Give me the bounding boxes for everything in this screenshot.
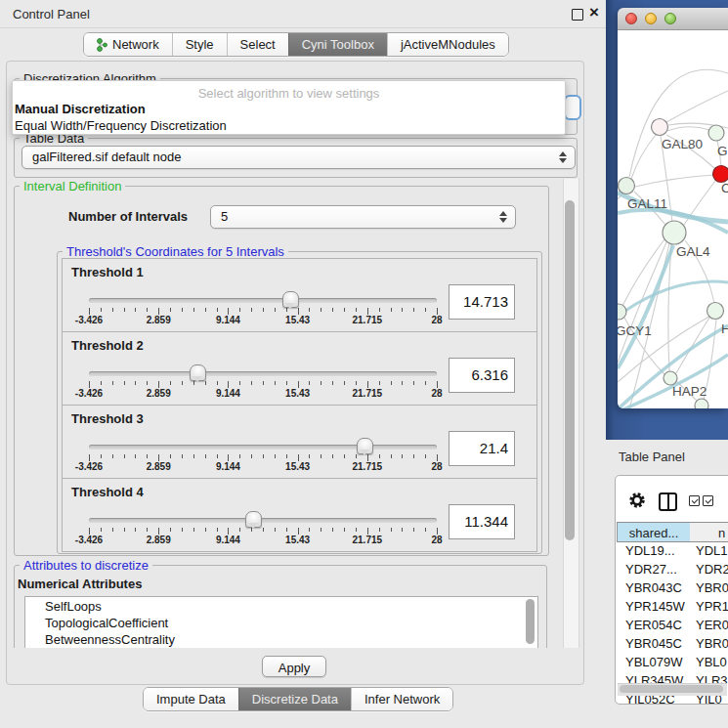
- minimize-traffic-light-icon[interactable]: [645, 13, 657, 24]
- slider-tick: [391, 454, 392, 458]
- bottom-tab-infer-network[interactable]: Infer Network: [351, 688, 452, 710]
- table-cell-name[interactable]: YBR0: [696, 636, 728, 651]
- threshold-2-slider-track[interactable]: [89, 371, 437, 376]
- slider-tick: [275, 308, 276, 312]
- bottom-tab-infer-network-label: Infer Network: [364, 692, 440, 707]
- checkbox-icon[interactable]: [689, 495, 700, 506]
- tab-style[interactable]: Style: [172, 33, 227, 56]
- network-edge[interactable]: [631, 135, 656, 179]
- bottom-tab-discretize-data[interactable]: Discretize Data: [238, 688, 351, 710]
- column-header-name[interactable]: n: [690, 522, 728, 542]
- slider-tick-label: 9.144: [198, 388, 257, 399]
- slider-tick: [344, 308, 345, 312]
- network-graph: GAL80GCGAL11GAL4GCY1HHAP2: [618, 30, 728, 408]
- network-node-node[interactable]: [708, 125, 724, 141]
- table-data-combobox-value: galFiltered.sif default node: [32, 150, 181, 164]
- slider-tick: [251, 454, 252, 458]
- slider-tick: [425, 528, 426, 532]
- threshold-3-slider-thumb[interactable]: [357, 438, 373, 454]
- slider-tick: [332, 528, 333, 532]
- list-scrollbar[interactable]: [526, 599, 535, 644]
- tab-network[interactable]: Network: [84, 33, 172, 56]
- threshold-3-slider-track[interactable]: [89, 445, 437, 450]
- network-canvas[interactable]: GAL80GCGAL11GAL4GCY1HHAP2: [618, 30, 728, 408]
- slider-tick: [321, 454, 321, 458]
- network-node-gcy1[interactable]: [618, 304, 626, 320]
- tab-jactivemnodules[interactable]: jActiveMNodules: [387, 33, 508, 56]
- tab-select[interactable]: Select: [227, 33, 288, 56]
- network-node-red-node[interactable]: [713, 166, 728, 183]
- attribute-item-selfloops[interactable]: SelfLoops: [45, 599, 102, 616]
- network-node-gal11[interactable]: [619, 178, 635, 194]
- attribute-item-betweennesscentrality[interactable]: BetweennessCentrality: [45, 632, 175, 648]
- slider-tick-label: 21.715: [338, 461, 397, 472]
- network-node-gal4[interactable]: [663, 221, 686, 244]
- split-columns-icon[interactable]: [659, 492, 677, 511]
- network-node-h-node[interactable]: [707, 303, 724, 320]
- numerical-attributes-list[interactable]: SelfLoopsTopologicalCoefficientBetweenne…: [24, 596, 538, 648]
- threshold-4-value-field[interactable]: 11.344: [449, 504, 515, 539]
- slider-tick: [402, 381, 403, 385]
- network-node-gal80[interactable]: [652, 119, 668, 136]
- attribute-item-topologicalcoefficient[interactable]: TopologicalCoefficient: [45, 616, 168, 632]
- slider-tick: [356, 454, 357, 458]
- table-cell-shared-name[interactable]: YDR27...: [617, 562, 691, 577]
- algorithm-option-manual-discretization[interactable]: Manual Discretization: [15, 102, 146, 116]
- table-cell-shared-name[interactable]: YBR045C: [617, 636, 691, 651]
- number-of-intervals-combobox[interactable]: 5: [210, 205, 516, 229]
- network-edge[interactable]: [635, 175, 715, 187]
- apply-button[interactable]: Apply: [262, 656, 326, 677]
- network-window-titlebar[interactable]: [618, 8, 728, 30]
- table-cell-name[interactable]: YBR0: [696, 580, 728, 595]
- network-node-edge-node[interactable]: [695, 399, 708, 408]
- network-node-hap2[interactable]: [664, 371, 677, 385]
- network-edge[interactable]: [618, 245, 673, 368]
- threshold-3-value-field[interactable]: 21.4: [449, 431, 515, 466]
- float-window-icon[interactable]: [572, 9, 583, 21]
- table-cell-shared-name[interactable]: YBR043C: [617, 580, 691, 595]
- column-header-shared-name[interactable]: shared...: [617, 522, 691, 542]
- table-cell-name[interactable]: YPR1: [696, 599, 728, 614]
- network-edge[interactable]: [668, 244, 671, 371]
- node-label-gal80: GAL80: [662, 137, 703, 151]
- slider-tick: [309, 381, 310, 385]
- table-hscrollbar-thumb[interactable]: [620, 685, 723, 693]
- slider-tick: [205, 528, 206, 532]
- close-traffic-light-icon[interactable]: [625, 13, 637, 24]
- table-cell-shared-name[interactable]: YDL19...: [617, 543, 691, 558]
- table-cell-shared-name[interactable]: YER054C: [617, 618, 691, 632]
- table-cell-name[interactable]: YDL1: [696, 543, 728, 558]
- threshold-2-value-field[interactable]: 6.316: [449, 358, 515, 393]
- network-edge[interactable]: [618, 242, 666, 363]
- table-cell-shared-name[interactable]: YBL079W: [617, 655, 691, 669]
- gear-icon[interactable]: [627, 491, 647, 510]
- tab-cyni-toolbox[interactable]: Cyni Toolbox: [288, 33, 387, 56]
- checkbox-icon[interactable]: [703, 495, 713, 506]
- bottom-tab-impute-data[interactable]: Impute Data: [144, 688, 238, 710]
- table-data-combobox[interactable]: galFiltered.sif default node: [21, 146, 576, 169]
- table-cell-shared-name[interactable]: YPR145W: [617, 599, 691, 614]
- threshold-1-slider-thumb[interactable]: [282, 291, 299, 308]
- threshold-1-value-field[interactable]: 14.713: [449, 284, 515, 320]
- slider-tick: [379, 528, 380, 532]
- zoom-traffic-light-icon[interactable]: [664, 13, 676, 24]
- threshold-2-slider-thumb[interactable]: [190, 364, 206, 381]
- threshold-4-slider-thumb[interactable]: [245, 511, 262, 528]
- algorithm-combobox[interactable]: [564, 95, 581, 120]
- algorithm-option-equal-width-frequency-discretization[interactable]: Equal Width/Frequency Discretization: [15, 118, 227, 133]
- slider-tick: [158, 528, 159, 535]
- table-cell-name[interactable]: YDR2: [696, 562, 728, 577]
- algorithm-placeholder: Select algorithm to view settings: [13, 86, 565, 101]
- close-icon[interactable]: ×: [589, 3, 599, 22]
- slider-tick: [89, 454, 90, 461]
- network-edge[interactable]: [666, 91, 728, 122]
- slider-tick: [437, 308, 438, 315]
- threshold-4-slider-track[interactable]: [89, 518, 437, 523]
- table-cell-name[interactable]: YER0: [696, 618, 728, 632]
- settings-scrollbar-thumb[interactable]: [565, 200, 575, 540]
- network-icon: [97, 38, 107, 52]
- network-edge[interactable]: [667, 127, 709, 131]
- table-cell-name[interactable]: YBL0: [696, 655, 728, 669]
- slider-tick: [263, 454, 264, 458]
- threshold-1-slider-track[interactable]: [89, 298, 437, 303]
